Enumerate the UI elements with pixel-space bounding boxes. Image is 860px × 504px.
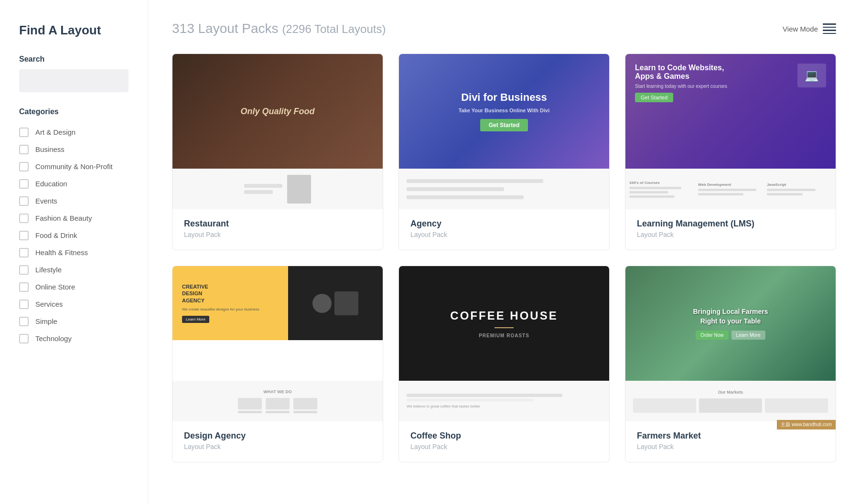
card-body-restaurant: Restaurant Layout Pack (172, 209, 383, 250)
category-checkbox-fashion-beauty[interactable] (19, 214, 29, 223)
category-item-fashion-beauty[interactable]: Fashion & Beauty (19, 210, 129, 227)
layout-count-container: 313 Layout Packs (2296 Total Layouts) (172, 21, 386, 36)
design-agency-preview: WHAT WE DO (172, 381, 383, 421)
category-item-business[interactable]: Business (19, 141, 129, 158)
category-item-services[interactable]: Services (19, 296, 129, 313)
total-layouts: (2296 Total Layouts) (282, 22, 386, 35)
category-name-lifestyle: Lifestyle (35, 265, 62, 275)
card-subtitle-coffee-shop: Layout Pack (410, 443, 598, 450)
card-title-coffee-shop: Coffee Shop (410, 431, 598, 441)
categories-list: Art & Design Business Community & Non-Pr… (19, 124, 129, 347)
layout-count: 313 Layout Packs (2296 Total Layouts) (172, 21, 386, 36)
card-title-lms: Learning Management (LMS) (637, 219, 824, 229)
category-name-technology: Technology (35, 334, 72, 343)
restaurant-preview (172, 169, 383, 209)
search-label: Search (19, 55, 129, 64)
category-name-community-non-profit: Community & Non-Profit (35, 162, 113, 172)
card-body-design-agency: Design Agency Layout Pack (172, 421, 383, 462)
farmers-preview: Our Markets (625, 381, 836, 421)
card-image-farmers-market: Bringing Local FarmersRight to your Tabl… (625, 266, 836, 381)
category-item-technology[interactable]: Technology (19, 330, 129, 347)
category-checkbox-health-fitness[interactable] (19, 248, 29, 257)
category-name-fashion-beauty: Fashion & Beauty (35, 214, 92, 223)
card-lms[interactable]: Learn to Code Websites,Apps & Games Star… (625, 54, 836, 250)
category-item-art-design[interactable]: Art & Design (19, 124, 129, 141)
category-name-art-design: Art & Design (35, 128, 75, 137)
card-subtitle-agency: Layout Pack (410, 231, 598, 238)
category-item-events[interactable]: Events (19, 193, 129, 210)
restaurant-top-image: Only Quality Food (172, 54, 383, 169)
category-checkbox-events[interactable] (19, 196, 29, 206)
category-item-simple[interactable]: Simple (19, 313, 129, 330)
card-subtitle-design-agency: Layout Pack (184, 443, 371, 450)
card-title-restaurant: Restaurant (184, 219, 371, 229)
view-mode-control[interactable]: View Mode (783, 23, 836, 34)
categories-label: Categories (19, 107, 129, 116)
category-item-education[interactable]: Education (19, 175, 129, 193)
watermark: 主题 www.bandhuti.com (777, 420, 836, 429)
category-name-online-store: Online Store (35, 282, 75, 292)
farmers-top-image: Bringing Local FarmersRight to your Tabl… (625, 266, 836, 381)
card-restaurant[interactable]: Only Quality Food Restaurant Layout Pack (172, 54, 383, 250)
card-title-design-agency: Design Agency (184, 431, 371, 441)
category-item-lifestyle[interactable]: Lifestyle (19, 261, 129, 279)
category-checkbox-simple[interactable] (19, 317, 29, 326)
category-name-simple: Simple (35, 317, 57, 326)
design-agency-top-image: CREATIVEDESIGNAGENCY We create beautiful… (172, 266, 383, 340)
card-title-agency: Agency (410, 219, 598, 229)
category-checkbox-business[interactable] (19, 145, 29, 154)
card-farmers-market[interactable]: Bringing Local FarmersRight to your Tabl… (625, 266, 836, 462)
card-body-lms: Learning Management (LMS) Layout Pack (625, 209, 836, 250)
category-checkbox-community-non-profit[interactable] (19, 162, 29, 172)
card-body-agency: Agency Layout Pack (399, 209, 609, 250)
category-name-events: Events (35, 196, 57, 206)
category-name-food-drink: Food & Drink (35, 231, 77, 240)
card-agency[interactable]: Divi for Business Take Your Business Onl… (398, 54, 610, 250)
category-name-services: Services (35, 300, 63, 309)
category-checkbox-online-store[interactable] (19, 282, 29, 292)
card-coffee-shop[interactable]: COFFEE HOUSE PREMIUM ROASTS We believe i… (398, 266, 610, 462)
view-mode-label: View Mode (783, 25, 818, 33)
category-checkbox-technology[interactable] (19, 334, 29, 343)
category-name-business: Business (35, 145, 64, 154)
card-subtitle-farmers-market: Layout Pack (637, 443, 824, 450)
agency-preview (399, 169, 609, 209)
view-mode-icon (823, 23, 836, 34)
card-image-agency: Divi for Business Take Your Business Onl… (399, 54, 609, 169)
category-item-online-store[interactable]: Online Store (19, 279, 129, 296)
category-name-health-fitness: Health & Fitness (35, 248, 88, 257)
card-image-restaurant: Only Quality Food (172, 54, 383, 169)
category-item-community-non-profit[interactable]: Community & Non-Profit (19, 158, 129, 175)
agency-top-image: Divi for Business Take Your Business Onl… (399, 54, 609, 169)
lms-top-image: Learn to Code Websites,Apps & Games Star… (625, 54, 836, 169)
card-image-coffee-shop: COFFEE HOUSE PREMIUM ROASTS (399, 266, 609, 381)
sidebar-title: Find A Layout (19, 23, 129, 38)
card-subtitle-lms: Layout Pack (637, 231, 824, 238)
card-title-farmers-market: Farmers Market (637, 431, 824, 441)
lms-preview: 100's of Courses Web Development JavaScr… (625, 169, 836, 209)
category-item-health-fitness[interactable]: Health & Fitness (19, 244, 129, 261)
category-checkbox-lifestyle[interactable] (19, 265, 29, 275)
coffee-preview: We believe in great coffee that tastes b… (399, 381, 609, 421)
card-image-lms: Learn to Code Websites,Apps & Games Star… (625, 54, 836, 169)
main-content: 313 Layout Packs (2296 Total Layouts) Vi… (148, 0, 860, 504)
category-checkbox-food-drink[interactable] (19, 231, 29, 240)
category-checkbox-art-design[interactable] (19, 128, 29, 137)
card-subtitle-restaurant: Layout Pack (184, 231, 371, 238)
card-design-agency[interactable]: CREATIVEDESIGNAGENCY We create beautiful… (172, 266, 383, 462)
main-header: 313 Layout Packs (2296 Total Layouts) Vi… (172, 21, 836, 36)
pack-count: 313 Layout Packs (172, 21, 279, 36)
category-item-food-drink[interactable]: Food & Drink (19, 227, 129, 244)
category-checkbox-services[interactable] (19, 300, 29, 309)
coffee-top-image: COFFEE HOUSE PREMIUM ROASTS (399, 266, 609, 381)
layout-grid: Only Quality Food Restaurant Layout Pack (172, 54, 836, 462)
page-container: Find A Layout Search Categories Art & De… (0, 0, 860, 504)
sidebar: Find A Layout Search Categories Art & De… (0, 0, 148, 504)
category-checkbox-education[interactable] (19, 179, 29, 189)
category-name-education: Education (35, 179, 67, 189)
card-body-coffee-shop: Coffee Shop Layout Pack (399, 421, 609, 462)
card-image-design-agency: CREATIVEDESIGNAGENCY We create beautiful… (172, 266, 383, 381)
search-input[interactable] (19, 69, 129, 92)
